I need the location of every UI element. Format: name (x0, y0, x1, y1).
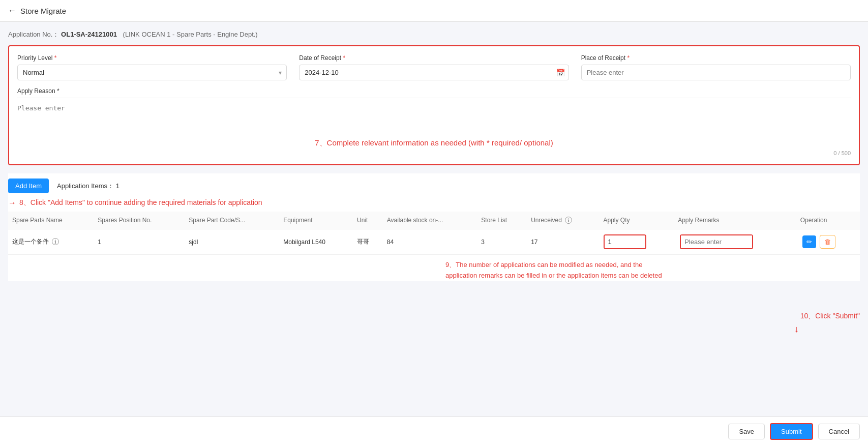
col-unreceived: Unreceived ℹ (527, 212, 599, 229)
cell-equipment: Mobilgard L540 (279, 229, 353, 255)
page-title: Store Migrate (20, 7, 66, 15)
apply-reason-inner: 7、Complete relevant information as neede… (17, 98, 851, 156)
items-section: Add Item Application Items： 1 → 8、Click … (8, 173, 860, 281)
apply-qty-wrapper (604, 234, 646, 249)
cancel-button[interactable]: Cancel (818, 424, 860, 439)
col-equipment: Equipment (279, 212, 353, 229)
items-table: Spare Parts Name Spares Position No. Spa… (8, 212, 860, 255)
hint10: 10、Click "Submit" (8, 312, 860, 321)
hint10-wrapper: 10、Click "Submit" ↓ (8, 312, 860, 335)
cell-unit: 哥哥 (353, 229, 383, 255)
page-footer: Save Submit Cancel (0, 417, 868, 442)
form-row-1: Priority Level * Normal Urgent Critical … (17, 54, 851, 80)
priority-level-select[interactable]: Normal Urgent Critical (17, 65, 287, 80)
place-of-receipt-label: Place of Receipt * (581, 54, 851, 62)
apply-reason-textarea[interactable] (17, 101, 851, 132)
page-header: ← Store Migrate (0, 0, 868, 22)
cell-spare-parts-name: 这是一个备件 ℹ (8, 229, 94, 255)
priority-level-select-wrapper: Normal Urgent Critical (17, 65, 287, 80)
col-available-stock: Available stock on-... (383, 212, 477, 229)
apply-remarks-wrapper (680, 234, 753, 249)
col-apply-remarks: Apply Remarks (674, 212, 796, 229)
col-unit: Unit (353, 212, 383, 229)
apply-remarks-input[interactable] (681, 235, 752, 248)
hint7: 7、Complete relevant information as neede… (17, 138, 851, 148)
items-header: Add Item Application Items： 1 (8, 173, 860, 198)
date-input-wrapper: 📅 (299, 65, 568, 80)
cell-operation: ✏ 🗑 (796, 229, 860, 255)
cell-apply-qty (600, 229, 674, 255)
submit-button[interactable]: Submit (770, 423, 813, 440)
edit-button[interactable]: ✏ (802, 235, 816, 248)
app-no-detail: (LINK OCEAN 1 - Spare Parts - Engine Dep… (123, 31, 258, 38)
app-no: Application No.： OL1-SA-24121001 (LINK O… (8, 30, 860, 39)
date-of-receipt-group: Date of Receipt * 📅 (299, 54, 568, 80)
main-content: Application No.： OL1-SA-24121001 (LINK O… (0, 22, 868, 442)
col-spares-position-no: Spares Position No. (94, 212, 185, 229)
cell-code: sjdl (185, 229, 279, 255)
table-row: 这是一个备件 ℹ 1 sjdl Mobilgard L540 哥哥 84 3 1… (8, 229, 860, 255)
delete-button[interactable]: 🗑 (820, 235, 835, 249)
items-table-wrapper: Spare Parts Name Spares Position No. Spa… (8, 212, 860, 255)
back-button[interactable]: ← (8, 6, 16, 15)
col-spare-parts-name: Spare Parts Name (8, 212, 94, 229)
table-body: 这是一个备件 ℹ 1 sjdl Mobilgard L540 哥哥 84 3 1… (8, 229, 860, 255)
items-count-label: Application Items： 1 (57, 182, 119, 191)
cell-available-stock: 84 (383, 229, 477, 255)
hint8: → 8、Click "Add Items" to continue adding… (8, 198, 860, 207)
cell-position-no: 1 (94, 229, 185, 255)
priority-level-label: Priority Level * (17, 54, 287, 62)
arrow-icon: → (8, 198, 16, 207)
cell-store-list: 3 (477, 229, 527, 255)
hint9: 9、The number of applications can be modi… (445, 260, 860, 281)
col-store-list: Store List (477, 212, 527, 229)
unreceived-info-icon: ℹ (565, 217, 572, 224)
app-no-label: Application No.： (8, 31, 59, 38)
priority-level-group: Priority Level * Normal Urgent Critical (17, 54, 287, 80)
apply-reason-label: Apply Reason * (17, 87, 851, 95)
spare-parts-info-icon: ℹ (52, 238, 59, 245)
col-operation: Operation (796, 212, 860, 229)
cell-unreceived: 17 (527, 229, 599, 255)
col-spare-part-code: Spare Part Code/S... (185, 212, 279, 229)
calendar-icon: 📅 (556, 69, 565, 77)
char-count: 0 / 500 (17, 150, 851, 156)
form-card: Priority Level * Normal Urgent Critical … (8, 45, 860, 165)
save-button[interactable]: Save (728, 424, 765, 439)
place-of-receipt-group: Place of Receipt * (581, 54, 851, 80)
table-header: Spare Parts Name Spares Position No. Spa… (8, 212, 860, 229)
cell-apply-remarks (674, 229, 796, 255)
date-of-receipt-label: Date of Receipt * (299, 54, 568, 62)
date-of-receipt-input[interactable] (299, 65, 568, 80)
apply-qty-input[interactable] (605, 235, 645, 248)
app-no-value: OL1-SA-24121001 (61, 31, 117, 38)
apply-reason-group: Apply Reason * 7、Complete relevant infor… (17, 87, 851, 156)
place-of-receipt-input[interactable] (581, 65, 851, 80)
add-item-button[interactable]: Add Item (8, 179, 49, 193)
col-apply-qty: Apply Qty (600, 212, 674, 229)
